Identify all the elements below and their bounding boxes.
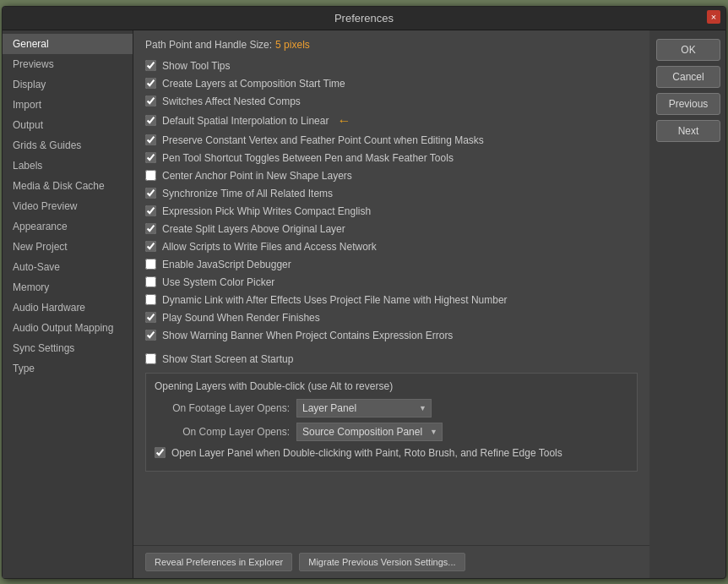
enable-javascript-checkbox[interactable]: [145, 259, 156, 270]
footage-layer-row: On Footage Layer Opens: Layer Panel Foot…: [155, 399, 628, 418]
allow-scripts-label: Allow Scripts to Write Files and Access …: [162, 241, 377, 253]
allow-scripts-row: Allow Scripts to Write Files and Access …: [145, 240, 638, 254]
enable-javascript-label: Enable JavaScript Debugger: [162, 259, 291, 270]
preferences-dialog: Preferences × GeneralPreviewsDisplayImpo…: [2, 6, 726, 579]
sidebar-item-display[interactable]: Display: [3, 74, 133, 95]
sidebar-item-auto-save[interactable]: Auto-Save: [3, 257, 133, 277]
create-split-row: Create Split Layers Above Original Layer: [145, 222, 638, 236]
play-sound-row: Play Sound When Render Finishes: [145, 311, 638, 325]
close-button[interactable]: ×: [707, 10, 720, 24]
footage-layer-select[interactable]: Layer Panel Footage Panel Composition Pa…: [296, 399, 432, 418]
double-click-title: Opening Layers with Double-click (use Al…: [155, 380, 628, 392]
path-point-label: Path Point and Handle Size:: [145, 39, 272, 51]
path-point-row: Path Point and Handle Size: 5 pixels: [145, 39, 638, 51]
sidebar-item-general[interactable]: General: [3, 34, 133, 54]
sidebar-item-media-disk-cache[interactable]: Media & Disk Cache: [3, 176, 133, 196]
sidebar-item-import[interactable]: Import: [3, 95, 133, 115]
section-gap: Show Start Screen at Startup: [145, 352, 638, 366]
show-start-screen-label: Show Start Screen at Startup: [162, 353, 293, 365]
sidebar-item-output[interactable]: Output: [3, 115, 133, 135]
sidebar-item-new-project[interactable]: New Project: [3, 237, 133, 257]
play-sound-label: Play Sound When Render Finishes: [162, 312, 320, 324]
next-button[interactable]: Next: [656, 120, 720, 142]
sidebar: GeneralPreviewsDisplayImportOutputGrids …: [3, 30, 133, 578]
dialog-title: Preferences: [334, 12, 394, 25]
reveal-prefs-button[interactable]: Reveal Preferences in Explorer: [145, 553, 292, 571]
synchronize-time-row: Synchronize Time of All Related Items: [145, 187, 638, 200]
show-warning-row: Show Warning Banner When Project Contain…: [145, 329, 638, 342]
sidebar-item-labels[interactable]: Labels: [3, 156, 133, 176]
sidebar-item-audio-hardware[interactable]: Audio Hardware: [3, 297, 133, 318]
footage-layer-select-wrapper: Layer Panel Footage Panel Composition Pa…: [296, 399, 432, 418]
ok-button[interactable]: OK: [656, 39, 720, 61]
cancel-button[interactable]: Cancel: [656, 66, 720, 88]
previous-button[interactable]: Previous: [656, 93, 720, 115]
switches-affect-row: Switches Affect Nested Comps: [145, 95, 638, 108]
allow-scripts-checkbox[interactable]: [145, 241, 156, 252]
comp-layer-label: On Comp Layer Opens:: [155, 426, 290, 438]
synchronize-time-checkbox[interactable]: [145, 188, 156, 199]
dynamic-link-checkbox[interactable]: [145, 294, 156, 305]
migrate-settings-button[interactable]: Migrate Previous Version Settings...: [299, 553, 465, 571]
create-layers-checkbox[interactable]: [145, 78, 156, 89]
footage-layer-label: On Footage Layer Opens:: [155, 402, 290, 414]
sidebar-item-sync-settings[interactable]: Sync Settings: [3, 338, 133, 358]
right-buttons: OK Cancel Previous Next: [649, 30, 725, 578]
double-click-section: Opening Layers with Double-click (use Al…: [145, 373, 638, 472]
expression-pick-checkbox[interactable]: [145, 205, 156, 216]
default-spatial-row: Default Spatial Interpolation to Linear←: [145, 112, 638, 129]
path-point-value[interactable]: 5 pixels: [275, 39, 310, 51]
create-layers-row: Create Layers at Composition Start Time: [145, 77, 638, 90]
pen-tool-label: Pen Tool Shortcut Toggles Between Pen an…: [162, 152, 454, 164]
comp-layer-row: On Comp Layer Opens: Source Composition …: [155, 423, 628, 441]
open-layer-panel-label: Open Layer Panel when Double-clicking wi…: [171, 447, 562, 459]
sidebar-item-memory[interactable]: Memory: [3, 277, 133, 297]
sidebar-item-appearance[interactable]: Appearance: [3, 216, 133, 237]
dynamic-link-row: Dynamic Link with After Effects Uses Pro…: [145, 293, 638, 307]
show-warning-label: Show Warning Banner When Project Contain…: [162, 330, 453, 341]
sidebar-item-type[interactable]: Type: [3, 358, 133, 379]
enable-javascript-row: Enable JavaScript Debugger: [145, 258, 638, 271]
preserve-constant-row: Preserve Constant Vertex and Feather Poi…: [145, 134, 638, 147]
pen-tool-checkbox[interactable]: [145, 152, 156, 163]
use-system-color-row: Use System Color Picker: [145, 276, 638, 289]
open-layer-panel-row: Open Layer Panel when Double-clicking wi…: [155, 446, 628, 460]
create-layers-label: Create Layers at Composition Start Time: [162, 78, 345, 90]
pen-tool-row: Pen Tool Shortcut Toggles Between Pen an…: [145, 151, 638, 165]
default-spatial-checkbox[interactable]: [145, 115, 156, 126]
show-tool-tips-row: Show Tool Tips: [145, 59, 638, 73]
default-spatial-arrow: ←: [337, 113, 350, 128]
synchronize-time-label: Synchronize Time of All Related Items: [162, 188, 333, 199]
default-spatial-label: Default Spatial Interpolation to Linear: [162, 115, 329, 127]
show-warning-checkbox[interactable]: [145, 330, 156, 341]
open-layer-panel-checkbox[interactable]: [155, 447, 166, 458]
switches-affect-checkbox[interactable]: [145, 96, 156, 106]
show-start-screen-checkbox[interactable]: [145, 353, 156, 364]
comp-layer-select-wrapper: Source Composition Panel Layer Panel Com…: [296, 423, 443, 441]
use-system-color-checkbox[interactable]: [145, 276, 156, 287]
sidebar-item-grids-guides[interactable]: Grids & Guides: [3, 135, 133, 156]
bottom-buttons: Reveal Preferences in Explorer Migrate P…: [133, 545, 649, 578]
center-anchor-checkbox[interactable]: [145, 170, 156, 181]
show-tool-tips-label: Show Tool Tips: [162, 60, 231, 72]
dynamic-link-label: Dynamic Link with After Effects Uses Pro…: [162, 294, 508, 306]
expression-pick-label: Expression Pick Whip Writes Compact Engl…: [162, 205, 371, 217]
create-split-checkbox[interactable]: [145, 223, 156, 234]
sidebar-item-previews[interactable]: Previews: [3, 54, 133, 74]
main-panel: Path Point and Handle Size: 5 pixels Sho…: [133, 30, 649, 578]
sidebar-item-audio-output-mapping[interactable]: Audio Output Mapping: [3, 318, 133, 338]
create-split-label: Create Split Layers Above Original Layer: [162, 223, 345, 235]
show-start-screen-row: Show Start Screen at Startup: [145, 352, 638, 366]
show-tool-tips-checkbox[interactable]: [145, 60, 156, 71]
comp-layer-select[interactable]: Source Composition Panel Layer Panel Com…: [296, 423, 443, 441]
use-system-color-label: Use System Color Picker: [162, 276, 274, 288]
switches-affect-label: Switches Affect Nested Comps: [162, 96, 301, 107]
center-anchor-row: Center Anchor Point in New Shape Layers: [145, 169, 638, 183]
center-anchor-label: Center Anchor Point in New Shape Layers: [162, 170, 352, 182]
main-content: Path Point and Handle Size: 5 pixels Sho…: [133, 30, 649, 545]
play-sound-checkbox[interactable]: [145, 312, 156, 323]
preserve-constant-checkbox[interactable]: [145, 134, 156, 145]
title-bar: Preferences ×: [3, 7, 725, 30]
sidebar-item-video-preview[interactable]: Video Preview: [3, 196, 133, 216]
expression-pick-row: Expression Pick Whip Writes Compact Engl…: [145, 205, 638, 218]
